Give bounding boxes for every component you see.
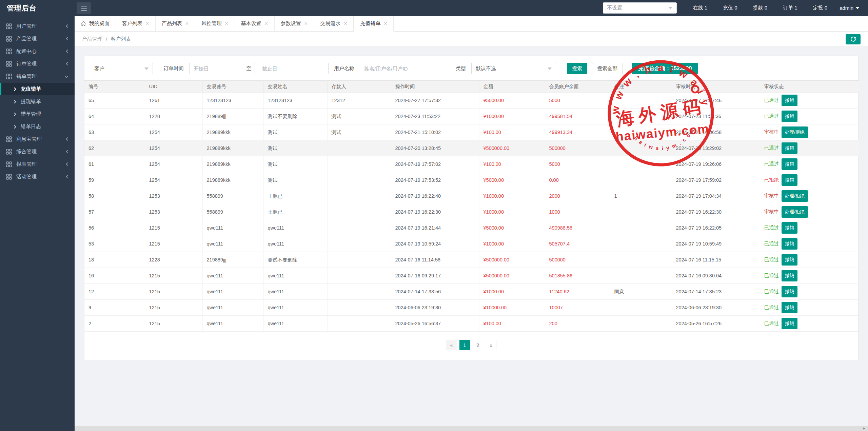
type-select[interactable]: 默认不选 <box>472 63 556 74</box>
revoke-button[interactable]: 撤销 <box>782 142 797 154</box>
cell-audit-time: 2024-07-19 19:26:06 <box>672 156 760 172</box>
sidebar-item[interactable]: 活动管理 <box>0 171 75 183</box>
process-reject-button[interactable]: 处理/拒绝 <box>782 190 808 202</box>
tab-基本设置[interactable]: 基本设置✕ <box>235 16 275 31</box>
sidebar-toggle-button[interactable] <box>77 2 91 14</box>
cell-order-id: 2 <box>84 316 145 332</box>
end-date-input[interactable] <box>258 63 315 74</box>
sidebar-item[interactable]: 订单管理 <box>0 58 75 70</box>
admin-menu[interactable]: admin <box>840 5 859 11</box>
horizontal-scrollbar[interactable]: ▶ <box>75 426 868 431</box>
search-button[interactable]: 搜索 <box>567 63 587 74</box>
grid-icon <box>6 74 12 79</box>
cell-operate-time: 2024-07-19 17:57:02 <box>391 156 479 172</box>
table-row: 121215qwe111qwe1112024-07-14 17:33:56¥10… <box>84 284 859 300</box>
sidebar-item[interactable]: 错单管理 <box>0 70 75 83</box>
username-group: 用户名称 <box>328 63 437 74</box>
cell-audit-time: 2024-07-19 10:59:49 <box>672 236 760 252</box>
pagination-page-2[interactable]: 2 <box>473 340 483 350</box>
tab-我的桌面[interactable]: 我的桌面 <box>75 16 116 31</box>
tab-close-icon[interactable]: ✕ <box>225 21 229 26</box>
tab-close-icon[interactable]: ✕ <box>344 21 348 26</box>
sidebar-item[interactable]: 配置中心 <box>0 45 75 58</box>
tab-label: 风控管理 <box>201 20 222 27</box>
revoke-button[interactable]: 撤销 <box>782 270 797 281</box>
sidebar-item[interactable]: 用户管理 <box>0 20 75 33</box>
status-badge: 已通过 <box>764 305 779 310</box>
cell-trade-account: 219889kkk <box>202 156 263 172</box>
sidebar-item[interactable]: 综合管理 <box>0 145 75 158</box>
tab-客户列表[interactable]: 客户列表✕ <box>116 16 156 31</box>
sidebar-item[interactable]: 利息宝管理 <box>0 133 75 145</box>
sidebar-subitem[interactable]: 提现错单 <box>0 95 75 108</box>
breadcrumb-item[interactable]: 客户列表 <box>111 36 131 42</box>
sidebar-item[interactable]: 报表管理 <box>0 158 75 171</box>
topbar-filter-value: 不设置 <box>607 5 623 11</box>
revoke-button[interactable]: 撤销 <box>782 158 797 170</box>
cell-audit-status: 已通过撤销 <box>760 236 859 252</box>
tab-产品列表[interactable]: 产品列表✕ <box>156 16 195 31</box>
start-date-input[interactable] <box>190 63 240 74</box>
search-all-button[interactable]: 搜索全部 <box>592 63 623 74</box>
sidebar-item-label: 报表管理 <box>16 161 65 168</box>
cell-operate-time: 2024-06-06 23:19:30 <box>391 300 479 316</box>
tab-close-icon[interactable]: ✕ <box>383 21 387 26</box>
cell-trade-name: 测试 <box>263 172 327 188</box>
topbar-stat[interactable]: 提款 0 <box>753 5 768 11</box>
pagination-prev[interactable]: « <box>446 340 457 350</box>
sidebar-subitem[interactable]: 充值错单 <box>0 83 75 95</box>
cell-remark <box>610 124 672 140</box>
process-reject-button[interactable]: 处理/拒绝 <box>782 206 808 218</box>
cell-trade-name: qwe111 <box>263 284 327 300</box>
revoke-button[interactable]: 撤销 <box>782 318 797 329</box>
cell-uid: 1215 <box>145 220 202 236</box>
cell-member-balance: 500000 <box>545 252 610 268</box>
status-badge: 已通过 <box>764 225 779 230</box>
cell-operate-time: 2024-07-23 11:53:22 <box>391 109 479 124</box>
cell-trade-account: 219889kkk <box>202 172 263 188</box>
tab-参数设置[interactable]: 参数设置✕ <box>275 16 314 31</box>
cell-audit-status: 审核中处理/拒绝 <box>760 188 859 204</box>
breadcrumb-item[interactable]: 产品管理 <box>82 36 102 42</box>
revoke-button[interactable]: 撤销 <box>782 302 797 313</box>
cell-audit-status: 审核中处理/拒绝 <box>760 204 859 220</box>
topbar-stat[interactable]: 充值 0 <box>723 5 737 11</box>
process-reject-button[interactable]: 处理/拒绝 <box>782 126 808 138</box>
tab-close-icon[interactable]: ✕ <box>304 21 308 26</box>
username-input[interactable] <box>360 63 437 74</box>
pagination-page-1[interactable]: 1 <box>459 340 470 350</box>
refresh-button[interactable] <box>846 34 861 44</box>
cell-uid: 1215 <box>145 236 202 252</box>
topbar-filter-select[interactable]: 不设置 <box>603 2 677 14</box>
topbar-stat[interactable]: 定投 0 <box>813 5 828 11</box>
tab-充值错单[interactable]: 充值错单✕ <box>354 16 394 32</box>
cell-uid: 1215 <box>145 268 202 284</box>
sidebar-subitem[interactable]: 错单日志 <box>0 120 75 133</box>
topbar-stat[interactable]: 在线 1 <box>693 5 708 11</box>
cell-trade-account: 219889kkk <box>202 140 263 156</box>
revoke-button[interactable]: 撤销 <box>782 254 797 266</box>
tab-风控管理[interactable]: 风控管理✕ <box>195 16 235 31</box>
sidebar-item[interactable]: 产品管理 <box>0 33 75 45</box>
column-header: 会员账户余额 <box>545 81 610 93</box>
pagination-next[interactable]: » <box>486 340 496 350</box>
topbar-stat[interactable]: 订单 1 <box>783 5 797 11</box>
tab-close-icon[interactable]: ✕ <box>264 21 268 26</box>
table-row: 621254219889kkk测试2024-07-20 13:28:45¥500… <box>84 140 859 156</box>
tab-close-icon[interactable]: ✕ <box>145 21 149 26</box>
revoke-button[interactable]: 撤销 <box>782 286 797 297</box>
customer-select[interactable]: 客户 <box>90 63 153 74</box>
revoke-button[interactable]: 撤销 <box>782 111 797 122</box>
cell-member-balance: 499913.34 <box>545 124 610 140</box>
revoke-button[interactable]: 撤销 <box>782 238 797 250</box>
tab-交易流水[interactable]: 交易流水✕ <box>314 16 354 31</box>
revoke-button[interactable]: 撤销 <box>782 222 797 234</box>
tab-close-icon[interactable]: ✕ <box>185 21 189 26</box>
table-row: 631254219889kkk测试测试2024-07-21 15:10:02¥1… <box>84 124 859 140</box>
sidebar-subitem[interactable]: 错单管理 <box>0 108 75 120</box>
chevron-down-icon <box>668 7 672 9</box>
revoke-button[interactable]: 撤销 <box>782 174 797 186</box>
column-header: 金额 <box>479 81 545 93</box>
revoke-button[interactable]: 撤销 <box>782 95 797 106</box>
cell-order-id: 58 <box>84 188 145 204</box>
